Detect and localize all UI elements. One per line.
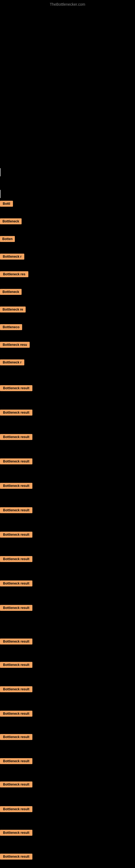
bottleneck-result-button-21[interactable]: Bottleneck result xyxy=(0,639,32,645)
bottleneck-result-button-27[interactable]: Bottleneck result xyxy=(0,781,32,787)
bottleneck-result-button-9[interactable]: Bottleneck resu xyxy=(0,342,30,348)
bottleneck-result-button-12[interactable]: Bottleneck result xyxy=(0,410,32,415)
cursor-line-2 xyxy=(0,190,1,198)
bottleneck-result-button-7[interactable]: Bottleneck re xyxy=(0,307,26,312)
bottleneck-result-button-16[interactable]: Bottleneck result xyxy=(0,507,32,513)
bottleneck-result-button-11[interactable]: Bottleneck result xyxy=(0,385,32,391)
bottleneck-result-button-18[interactable]: Bottleneck result xyxy=(0,556,32,562)
bottleneck-result-button-5[interactable]: Bottleneck res xyxy=(0,271,28,277)
bottleneck-result-button-14[interactable]: Bottleneck result xyxy=(0,458,32,464)
bottleneck-result-button-20[interactable]: Bottleneck result xyxy=(0,605,32,611)
site-title: TheBottlenecker.com xyxy=(50,2,85,6)
bottleneck-result-button-15[interactable]: Bottleneck result xyxy=(0,483,32,489)
bottleneck-result-button-30[interactable]: Bottleneck result xyxy=(0,854,32,860)
bottleneck-result-button-28[interactable]: Bottleneck result xyxy=(0,806,32,812)
bottleneck-result-button-25[interactable]: Bottleneck result xyxy=(0,734,32,740)
bottleneck-result-button-2[interactable]: Bottleneck xyxy=(0,218,21,224)
bottleneck-result-button-26[interactable]: Bottleneck result xyxy=(0,758,32,764)
bottleneck-result-button-13[interactable]: Bottleneck result xyxy=(0,434,32,440)
bottleneck-result-button-17[interactable]: Bottleneck result xyxy=(0,532,32,538)
bottleneck-result-button-10[interactable]: Bottleneck r xyxy=(0,360,24,365)
bottleneck-result-button-19[interactable]: Bottleneck result xyxy=(0,581,32,586)
bottleneck-result-button-22[interactable]: Bottleneck result xyxy=(0,662,32,668)
bottleneck-result-button-23[interactable]: Bottleneck result xyxy=(0,686,32,692)
cursor-line-1 xyxy=(0,168,1,176)
bottleneck-result-button-24[interactable]: Bottleneck result xyxy=(0,711,32,717)
bottleneck-result-button-29[interactable]: Bottleneck result xyxy=(0,830,32,836)
bottleneck-result-button-4[interactable]: Bottleneck r xyxy=(0,254,24,259)
bottleneck-result-button-1[interactable]: Bottl xyxy=(0,201,13,207)
bottleneck-result-button-6[interactable]: Bottleneck xyxy=(0,289,21,295)
bottleneck-result-button-3[interactable]: Botten xyxy=(0,236,15,242)
bottleneck-result-button-8[interactable]: Bottleneco xyxy=(0,324,22,330)
